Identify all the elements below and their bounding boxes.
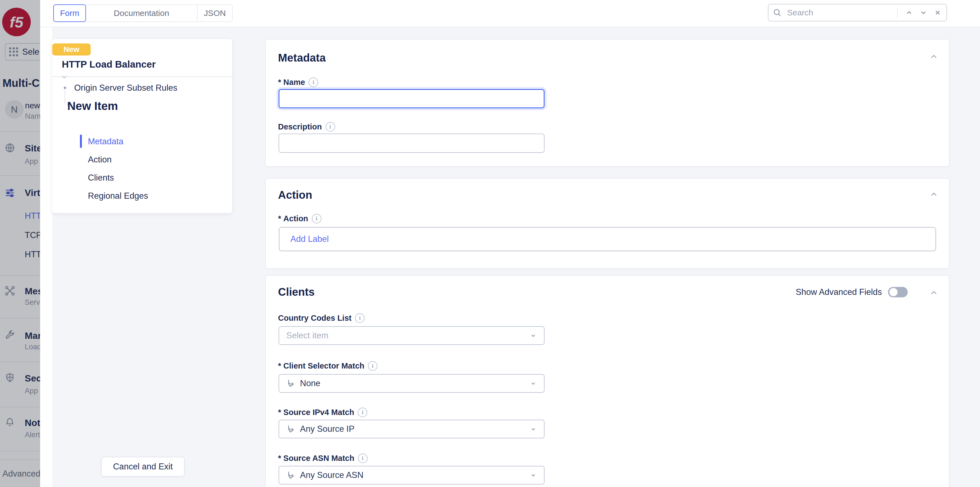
action-section-card: Action Action Add Label xyxy=(265,178,950,269)
description-label: Description xyxy=(278,122,335,132)
show-advanced-fields-toggle[interactable] xyxy=(888,287,908,298)
tree-item-current[interactable]: New Item xyxy=(67,99,118,113)
metadata-section-title: Metadata xyxy=(278,52,326,64)
app-root: f5 Sele Multi-C N new Nam Sites App S xyxy=(0,0,980,487)
modal-scrim xyxy=(0,0,40,487)
action-section-title: Action xyxy=(278,189,312,201)
info-icon[interactable] xyxy=(358,454,368,463)
search-prev-button[interactable] xyxy=(902,5,916,20)
client-selector-match-label: Client Selector Match xyxy=(278,361,377,371)
tab-form[interactable]: Form xyxy=(53,5,86,22)
country-codes-label: Country Codes List xyxy=(278,313,364,323)
info-icon[interactable] xyxy=(355,313,364,323)
source-ipv4-match-select[interactable]: Any Source IP xyxy=(278,420,544,438)
new-badge: New xyxy=(52,43,91,56)
source-ipv4-match-label: Source IPv4 Match xyxy=(278,407,368,417)
show-advanced-fields-label: Show Advanced Fields xyxy=(795,287,882,297)
chevron-down-icon xyxy=(530,332,537,339)
selector-branch-icon xyxy=(286,379,296,388)
search-icon xyxy=(771,5,783,20)
action-label: Action xyxy=(278,214,321,223)
tree-item-parent[interactable]: Origin Server Subset Rules xyxy=(74,83,178,93)
chevron-down-icon xyxy=(530,380,537,387)
active-section-indicator xyxy=(80,135,82,148)
info-icon[interactable] xyxy=(312,214,321,223)
chevron-down-icon xyxy=(530,425,537,433)
cancel-and-exit-button[interactable]: Cancel and Exit xyxy=(101,457,185,477)
chevron-down-icon xyxy=(530,472,537,479)
action-label-list: Add Label xyxy=(279,227,936,251)
view-tab-group: Form Documentation JSON xyxy=(53,5,233,22)
search-input[interactable]: Search xyxy=(787,8,892,18)
tree-bullet xyxy=(64,87,66,89)
source-asn-match-select[interactable]: Any Source ASN xyxy=(278,466,544,484)
name-label: Name xyxy=(278,78,318,87)
divider xyxy=(897,8,897,18)
metadata-collapse-chevron-icon[interactable] xyxy=(927,51,940,62)
metadata-section-card: Metadata Name Description xyxy=(265,39,950,167)
country-codes-select[interactable]: Select item xyxy=(278,326,544,345)
description-input[interactable] xyxy=(278,134,544,153)
tree-connector xyxy=(65,90,65,104)
drawer-topbar: Form Documentation JSON Search xyxy=(40,0,980,27)
drawer-title: HTTP Load Balancer xyxy=(62,59,156,70)
search-close-button[interactable] xyxy=(931,5,945,20)
info-icon[interactable] xyxy=(358,407,368,417)
underlying-sidebar: f5 Sele Multi-C N new Nam Sites App S xyxy=(0,0,40,487)
tree-collapse-icon[interactable] xyxy=(60,75,69,80)
selector-branch-icon xyxy=(286,471,296,480)
action-collapse-chevron-icon[interactable] xyxy=(927,189,940,200)
clients-collapse-chevron-icon[interactable] xyxy=(927,287,940,298)
source-asn-match-label: Source ASN Match xyxy=(278,454,368,463)
selector-branch-icon xyxy=(286,424,296,434)
clients-section-title: Clients xyxy=(278,286,315,298)
search-box[interactable]: Search xyxy=(768,4,947,21)
tab-documentation[interactable]: Documentation xyxy=(86,5,197,21)
info-icon[interactable] xyxy=(326,122,335,132)
divider xyxy=(52,76,232,77)
clients-section-card: Clients Show Advanced Fields Country Cod… xyxy=(265,275,950,487)
client-selector-match-select[interactable]: None xyxy=(278,374,544,393)
search-next-button[interactable] xyxy=(916,5,931,20)
tree-section-metadata[interactable]: Metadata xyxy=(88,137,123,146)
advanced-fields-toggle-row: Show Advanced Fields xyxy=(795,287,908,298)
add-label-button[interactable]: Add Label xyxy=(290,234,329,244)
name-input[interactable] xyxy=(278,89,544,108)
tree-section-action[interactable]: Action xyxy=(88,155,111,165)
form-nav-card: New HTTP Load Balancer Origin Server Sub… xyxy=(52,39,232,213)
tree-section-clients[interactable]: Clients xyxy=(88,173,114,183)
toggle-knob xyxy=(889,288,897,296)
config-drawer: Form Documentation JSON Search xyxy=(40,0,980,487)
info-icon[interactable] xyxy=(309,78,318,87)
info-icon[interactable] xyxy=(368,361,377,371)
drawer-body: New HTTP Load Balancer Origin Server Sub… xyxy=(52,27,980,487)
tree-section-regional-edges[interactable]: Regional Edges xyxy=(88,191,148,201)
tab-json[interactable]: JSON xyxy=(197,5,232,21)
